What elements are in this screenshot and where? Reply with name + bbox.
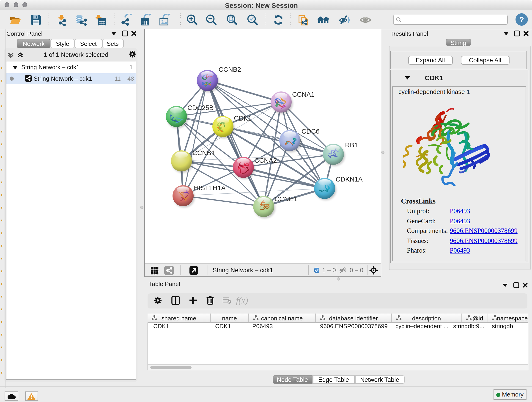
svg-text:CDC6: CDC6 xyxy=(302,128,320,135)
svg-text:CCNA1: CCNA1 xyxy=(292,90,315,98)
svg-text:CDKN1A: CDKN1A xyxy=(336,175,363,183)
svg-text:HIST1H1A: HIST1H1A xyxy=(194,184,226,191)
svg-text:CDC25B: CDC25B xyxy=(187,104,214,111)
svg-text:CCNA2: CCNA2 xyxy=(254,157,277,164)
svg-text:CCNE1: CCNE1 xyxy=(274,195,297,202)
svg-text:?: ? xyxy=(519,15,524,24)
svg-text:CCNB1: CCNB1 xyxy=(192,149,215,156)
svg-text:CDK1: CDK1 xyxy=(234,114,252,122)
svg-text:RB1: RB1 xyxy=(345,141,358,148)
svg-text:CCNB2: CCNB2 xyxy=(219,65,241,73)
